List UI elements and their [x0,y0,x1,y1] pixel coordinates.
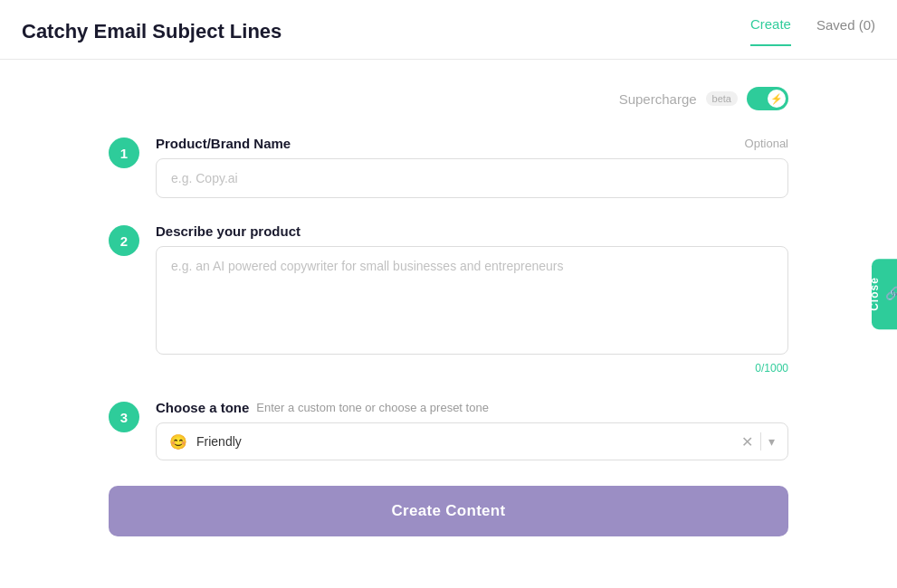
step-2-row: 2 Describe your product 0/1000 [109,223,788,375]
step-2-textarea-wrapper: 0/1000 [156,246,788,375]
tone-emoji: 😊 [169,433,187,450]
nav-create[interactable]: Create [750,16,791,46]
page-title: Catchy Email Subject Lines [22,20,282,43]
header-nav: Create Saved (0) [750,16,875,46]
beta-badge: beta [706,91,738,106]
product-name-input[interactable] [156,158,788,198]
chevron-down-icon[interactable]: ▾ [768,434,775,449]
supercharge-row: Supercharge beta ⚡ [109,87,788,110]
step-1-circle: 1 [109,138,139,168]
nav-saved[interactable]: Saved (0) [816,17,875,45]
step-1-row: 1 Product/Brand Name Optional [109,136,788,198]
create-content-button[interactable]: Create Content [109,486,788,536]
close-sidebar-text: Close [868,277,881,311]
step-2-content: Describe your product 0/1000 [156,223,788,375]
step-1-content: Product/Brand Name Optional [156,136,788,198]
header: Catchy Email Subject Lines Create Saved … [0,0,897,60]
tone-select[interactable]: 😊 Friendly ✕ ▾ [156,422,788,460]
step-3-row: 3 Choose a tone Enter a custom tone or c… [109,400,788,460]
main-content: Supercharge beta ⚡ 1 Product/Brand Name … [0,60,897,564]
tone-clear-icon[interactable]: ✕ [741,433,753,450]
step-1-optional: Optional [745,137,788,150]
step-3-circle: 3 [109,402,139,432]
select-divider [760,432,761,450]
product-description-textarea[interactable] [156,246,788,355]
supercharge-toggle[interactable]: ⚡ [747,87,788,110]
tone-label-row: Choose a tone Enter a custom tone or cho… [156,400,788,415]
step-3-label: Choose a tone [156,400,249,415]
create-btn-wrapper: Create Content [109,486,788,536]
step-2-header: Describe your product [156,223,788,239]
toggle-track[interactable]: ⚡ [747,87,788,110]
tone-value: Friendly [196,434,741,449]
step-2-circle: 2 [109,225,139,256]
lightning-icon: ⚡ [770,93,783,105]
close-sidebar[interactable]: 🔗 Close [872,259,897,329]
supercharge-label: Supercharge [619,91,697,107]
step-2-label: Describe your product [156,223,301,239]
char-count: 0/1000 [156,362,788,375]
toggle-knob: ⚡ [768,90,786,108]
close-sidebar-icon: 🔗 [886,287,897,302]
step-1-label: Product/Brand Name [156,136,291,151]
step-3-content: Choose a tone Enter a custom tone or cho… [156,400,788,460]
tone-sublabel: Enter a custom tone or choose a preset t… [256,401,489,414]
step-1-header: Product/Brand Name Optional [156,136,788,151]
